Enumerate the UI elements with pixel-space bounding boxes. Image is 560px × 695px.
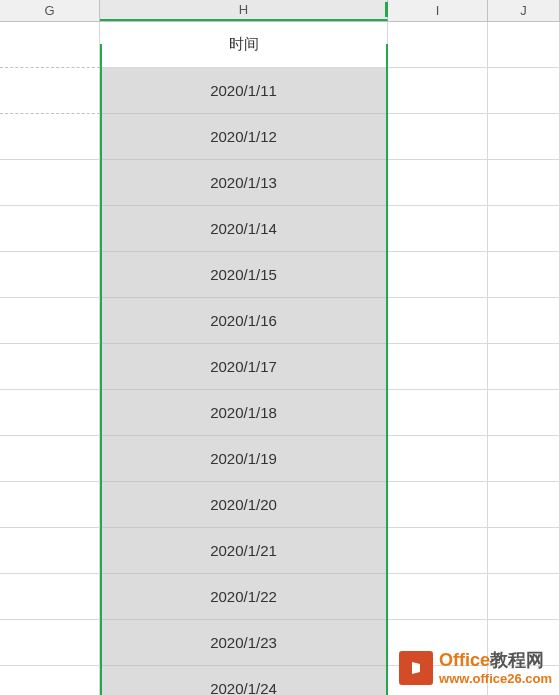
data-cell[interactable]: 2020/1/13: [100, 160, 388, 206]
table-row: 2020/1/18: [0, 390, 560, 436]
table-row: 2020/1/16: [0, 298, 560, 344]
data-cell[interactable]: 2020/1/23: [100, 620, 388, 666]
cell[interactable]: [388, 574, 488, 620]
cell[interactable]: [0, 620, 100, 666]
cell[interactable]: [388, 298, 488, 344]
watermark-text: Office教程网 www.office26.com: [439, 650, 552, 687]
cell[interactable]: [0, 390, 100, 436]
data-cell[interactable]: 2020/1/19: [100, 436, 388, 482]
data-cell[interactable]: 2020/1/12: [100, 114, 388, 160]
column-header-j[interactable]: J: [488, 0, 560, 21]
cell[interactable]: [0, 344, 100, 390]
column-header-h[interactable]: H: [100, 0, 388, 21]
column-headers-row: G H I J: [0, 0, 560, 22]
watermark-title: Office教程网: [439, 650, 552, 672]
cell[interactable]: [388, 160, 488, 206]
cell[interactable]: [0, 206, 100, 252]
cell[interactable]: [0, 666, 100, 695]
cell[interactable]: [0, 528, 100, 574]
cell[interactable]: [388, 252, 488, 298]
cell[interactable]: [488, 22, 560, 68]
office-logo-icon: [399, 651, 433, 685]
data-cell[interactable]: 2020/1/22: [100, 574, 388, 620]
cell[interactable]: [0, 114, 100, 160]
table-row: 时间: [0, 22, 560, 68]
cell[interactable]: [0, 436, 100, 482]
selection-border-left: [100, 44, 102, 695]
cell[interactable]: [388, 68, 488, 114]
cell[interactable]: [488, 482, 560, 528]
data-cell[interactable]: 2020/1/24: [100, 666, 388, 695]
cell[interactable]: [0, 482, 100, 528]
cell[interactable]: [388, 344, 488, 390]
cell[interactable]: [488, 68, 560, 114]
cell[interactable]: [488, 574, 560, 620]
cell[interactable]: [388, 528, 488, 574]
cell[interactable]: [0, 160, 100, 206]
data-cell[interactable]: 2020/1/17: [100, 344, 388, 390]
data-cell[interactable]: 2020/1/14: [100, 206, 388, 252]
table-row: 2020/1/19: [0, 436, 560, 482]
data-cell[interactable]: 2020/1/11: [100, 68, 388, 114]
watermark: Office教程网 www.office26.com: [399, 650, 552, 687]
data-cell[interactable]: 2020/1/15: [100, 252, 388, 298]
cell[interactable]: [488, 114, 560, 160]
cell[interactable]: [388, 482, 488, 528]
column-header-i[interactable]: I: [388, 0, 488, 21]
table-row: 2020/1/14: [0, 206, 560, 252]
cell[interactable]: [488, 436, 560, 482]
column-header-g[interactable]: G: [0, 0, 100, 21]
header-cell-time[interactable]: 时间: [100, 22, 388, 68]
cell[interactable]: [0, 252, 100, 298]
selection-border-right: [386, 44, 388, 695]
cell[interactable]: [388, 436, 488, 482]
table-row: 2020/1/21: [0, 528, 560, 574]
spreadsheet: G H I J 时间 2020/1/11 2020/1/12 2020/1/13: [0, 0, 560, 695]
cell[interactable]: [488, 206, 560, 252]
table-row: 2020/1/15: [0, 252, 560, 298]
cell[interactable]: [0, 68, 100, 114]
watermark-url: www.office26.com: [439, 671, 552, 687]
cell[interactable]: [488, 298, 560, 344]
cell[interactable]: [0, 298, 100, 344]
cell[interactable]: [388, 22, 488, 68]
cell[interactable]: [488, 390, 560, 436]
table-row: 2020/1/13: [0, 160, 560, 206]
cell[interactable]: [0, 574, 100, 620]
data-cell[interactable]: 2020/1/20: [100, 482, 388, 528]
data-cell[interactable]: 2020/1/16: [100, 298, 388, 344]
table-row: 2020/1/12: [0, 114, 560, 160]
table-row: 2020/1/20: [0, 482, 560, 528]
data-cell[interactable]: 2020/1/18: [100, 390, 388, 436]
cell[interactable]: [388, 114, 488, 160]
cell[interactable]: [488, 160, 560, 206]
cell[interactable]: [388, 390, 488, 436]
table-row: 2020/1/11: [0, 68, 560, 114]
table-row: 2020/1/17: [0, 344, 560, 390]
cell[interactable]: [0, 22, 100, 68]
cell[interactable]: [488, 344, 560, 390]
grid: 时间 2020/1/11 2020/1/12 2020/1/13 2020/1/…: [0, 22, 560, 695]
table-row: 2020/1/22: [0, 574, 560, 620]
cell[interactable]: [388, 206, 488, 252]
cell[interactable]: [488, 252, 560, 298]
cell[interactable]: [488, 528, 560, 574]
data-cell[interactable]: 2020/1/21: [100, 528, 388, 574]
